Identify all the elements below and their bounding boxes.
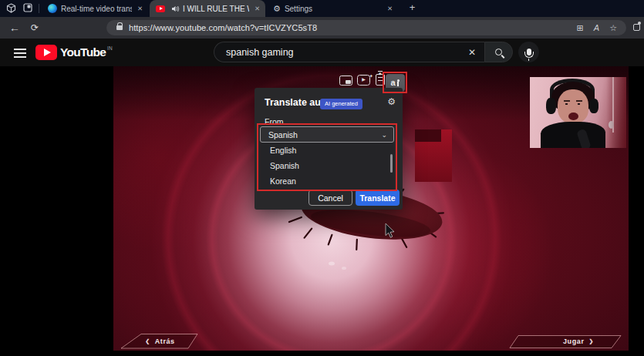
new-tab-button[interactable]: +	[406, 2, 419, 15]
search-box[interactable]: ✕	[214, 42, 484, 62]
game-ui-panel-shadow	[415, 129, 441, 142]
ai-generated-badge: AI generated	[320, 99, 362, 109]
picture-in-picture-icon[interactable]	[339, 76, 352, 86]
game-back-button[interactable]: ❮ Atrás	[123, 334, 197, 348]
url-text[interactable]: https://www.youtube.com/watch?v=tICVZYC5…	[129, 23, 317, 32]
streamer-eyebrow	[564, 100, 570, 102]
tab-separator	[39, 4, 39, 13]
youtube-header: YouTube IN ✕	[0, 39, 644, 66]
tab-close-icon[interactable]: ✕	[255, 5, 260, 12]
favorites-star-icon[interactable]: ☆	[609, 20, 617, 35]
headphone-earcup	[589, 99, 598, 113]
hamburger-menu-icon[interactable]	[14, 49, 26, 60]
youtube-favicon	[156, 5, 165, 12]
lock-icon[interactable]	[116, 25, 123, 30]
streamer-eye	[565, 103, 568, 105]
youtube-logo[interactable]: YouTube IN	[35, 45, 113, 60]
browser-toolbar: ← ⟳ https://www.youtube.com/watch?v=tICV…	[0, 17, 644, 39]
browser-window: Real-time video translation | Micr ✕ I W…	[0, 0, 644, 356]
tab-close-icon[interactable]: ✕	[137, 5, 143, 12]
red-light-tint	[606, 77, 626, 148]
game-back-label: Atrás	[155, 338, 175, 345]
video-ai-icon[interactable]: ▶✦	[357, 75, 370, 86]
reload-button[interactable]: ⟳	[31, 17, 39, 39]
streamer-torso	[541, 122, 605, 148]
annotation-box-language-select	[257, 123, 397, 191]
annotation-box-translate-icon	[383, 72, 407, 93]
audio-playing-icon[interactable]	[172, 5, 180, 12]
game-play-label: Jugar	[563, 338, 585, 345]
clear-search-icon[interactable]: ✕	[468, 47, 476, 58]
tab-close-icon[interactable]: ✕	[387, 5, 393, 12]
settings-favicon: ⚙	[273, 4, 281, 14]
streamer-webcam-overlay	[530, 77, 626, 148]
youtube-wordmark: YouTube	[60, 45, 106, 60]
translate-button[interactable]: Translate	[356, 190, 400, 206]
chevron-right-icon: ❯	[589, 338, 594, 344]
dialog-settings-gear-icon[interactable]: ⚙	[387, 96, 396, 107]
cancel-button[interactable]: Cancel	[309, 190, 352, 206]
streamer-eyebrow	[576, 100, 582, 102]
extensions-icon[interactable]	[633, 24, 640, 31]
split-screen-icon[interactable]: ⊞	[577, 20, 584, 35]
read-aloud-icon[interactable]: A	[594, 20, 599, 35]
browser-titlebar: Real-time video translation | Micr ✕ I W…	[0, 0, 644, 17]
tab-settings[interactable]: ⚙ Settings ✕	[267, 0, 398, 17]
voice-search-button[interactable]	[518, 42, 539, 62]
edge-favicon	[48, 4, 57, 13]
streamer-mouth	[568, 113, 578, 120]
sparkle-icon: ✦	[369, 72, 373, 80]
youtube-region-label: IN	[107, 45, 113, 51]
streamer-eye	[578, 103, 580, 105]
address-bar[interactable]: https://www.youtube.com/watch?v=tICVZYC5…	[106, 20, 626, 35]
headphone-earcup	[546, 98, 556, 114]
tab-actions-icon[interactable]	[23, 3, 32, 12]
tab-title: Real-time video translation | Micr	[61, 5, 132, 13]
tab-youtube-video[interactable]: I WILL RULE THE WORLD - Y ✕	[150, 0, 265, 17]
tab-title: Settings	[285, 5, 382, 13]
chevron-left-icon: ❮	[145, 338, 150, 344]
search-button[interactable]	[484, 42, 513, 62]
tab-title: I WILL RULE THE WORLD - Y	[183, 5, 249, 13]
search-input[interactable]	[214, 47, 468, 58]
microphone-icon	[527, 49, 531, 55]
game-play-button[interactable]: Jugar ❯	[540, 334, 617, 348]
back-button[interactable]: ←	[9, 17, 20, 39]
workspaces-cube-icon[interactable]	[6, 3, 16, 13]
mouse-cursor	[385, 223, 396, 239]
youtube-play-badge	[35, 45, 57, 60]
tab-translation-docs[interactable]: Real-time video translation | Micr ✕	[42, 0, 148, 17]
search-icon	[495, 49, 502, 55]
